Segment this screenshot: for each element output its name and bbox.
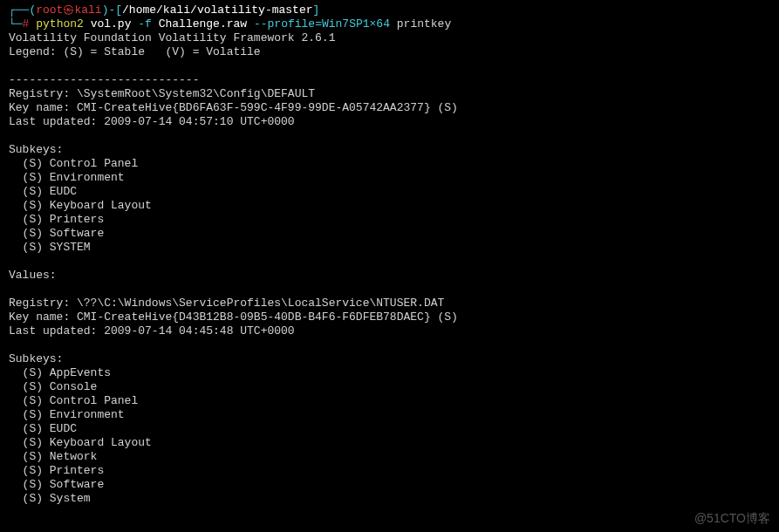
subkey-item: (S) Software <box>9 227 770 241</box>
prompt-symbol: ㉿ <box>63 3 74 17</box>
prompt-line-1: ┌──(root㉿kali)-[/home/kali/volatility-ma… <box>9 3 770 17</box>
output-separator: ---------------------------- <box>9 73 770 87</box>
output-blank <box>9 338 770 352</box>
prompt-decor: ] <box>313 3 320 17</box>
prompt-decor: ┌──( <box>9 3 36 17</box>
cmd-interpreter: python2 <box>36 17 84 31</box>
output-subkeys-header: Subkeys: <box>9 143 770 157</box>
watermark: @51CTO博客 <box>694 511 770 525</box>
subkey-item: (S) Environment <box>9 408 770 422</box>
output-lastupdated-2: Last updated: 2009-07-14 04:45:48 UTC+00… <box>9 324 770 338</box>
output-registry-1: Registry: \SystemRoot\System32\Config\DE… <box>9 87 770 101</box>
subkey-item: (S) Printers <box>9 213 770 227</box>
prompt-decor: )-[ <box>102 3 122 17</box>
output-banner: Volatility Foundation Volatility Framewo… <box>9 31 770 45</box>
subkey-item: (S) Keyboard Layout <box>9 436 770 450</box>
output-values-header: Values: <box>9 269 770 283</box>
cmd-profile-flag: --profile=Win7SP1×64 <box>254 17 390 31</box>
output-blank <box>9 255 770 269</box>
prompt-user: root <box>36 3 63 17</box>
output-blank <box>9 129 770 143</box>
cmd-plugin: printkey <box>397 17 451 31</box>
output-lastupdated-1: Last updated: 2009-07-14 04:57:10 UTC+00… <box>9 115 770 129</box>
subkey-item: (S) EUDC <box>9 422 770 436</box>
prompt-decor: └─ <box>9 17 23 31</box>
subkey-item: (S) Control Panel <box>9 157 770 171</box>
subkey-item: (S) Keyboard Layout <box>9 199 770 213</box>
prompt-host: kali <box>74 3 101 17</box>
subkey-item: (S) EUDC <box>9 185 770 199</box>
subkey-item: (S) Network <box>9 450 770 464</box>
subkey-item: (S) Printers <box>9 464 770 478</box>
subkey-item: (S) Software <box>9 478 770 492</box>
output-keyname-1: Key name: CMI-CreateHive{BD6FA63F-599C-4… <box>9 101 770 115</box>
cmd-script: vol.py <box>91 17 132 31</box>
subkey-item: (S) System <box>9 492 770 506</box>
output-subkeys-header: Subkeys: <box>9 352 770 366</box>
output-legend: Legend: (S) = Stable (V) = Volatile <box>9 45 770 59</box>
output-blank <box>9 283 770 297</box>
subkey-item: (S) Control Panel <box>9 394 770 408</box>
cmd-flag-f: -f <box>138 17 152 31</box>
subkey-item: (S) AppEvents <box>9 366 770 380</box>
subkey-item: (S) Console <box>9 380 770 394</box>
cmd-arg-file: Challenge.raw <box>159 17 247 31</box>
output-keyname-2: Key name: CMI-CreateHive{D43B12B8-09B5-4… <box>9 310 770 324</box>
output-registry-2: Registry: \??\C:\Windows\ServiceProfiles… <box>9 297 770 310</box>
output-blank <box>9 59 770 73</box>
prompt-cwd: /home/kali/volatility-master <box>122 3 312 17</box>
subkey-item: (S) SYSTEM <box>9 241 770 255</box>
subkey-item: (S) Environment <box>9 171 770 185</box>
prompt-line-2[interactable]: └─# python2 vol.py -f Challenge.raw --pr… <box>9 17 770 31</box>
